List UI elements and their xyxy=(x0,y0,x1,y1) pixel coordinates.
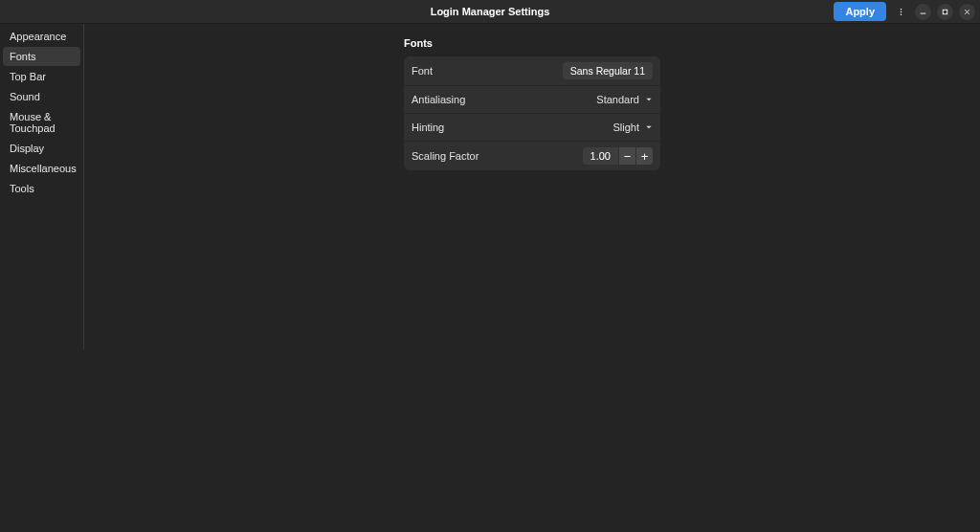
minimize-icon xyxy=(919,8,927,16)
maximize-button[interactable] xyxy=(937,4,953,20)
plus-icon: + xyxy=(641,150,649,163)
content: Appearance Fonts Top Bar Sound Mouse & T… xyxy=(0,24,980,532)
maximize-icon xyxy=(941,8,949,16)
setting-label-font: Font xyxy=(412,65,433,77)
close-button[interactable] xyxy=(959,4,975,20)
setting-label-antialiasing: Antialiasing xyxy=(412,94,465,105)
chevron-down-icon xyxy=(645,96,653,103)
apply-button[interactable]: Apply xyxy=(834,2,886,21)
setting-row-font: Font Sans Regular 11 xyxy=(404,56,660,86)
kebab-icon xyxy=(897,8,905,16)
svg-rect-3 xyxy=(921,12,926,13)
sidebar-item-tools[interactable]: Tools xyxy=(3,179,80,198)
sidebar-item-mouse-touchpad[interactable]: Mouse & Touchpad xyxy=(3,107,80,138)
scaling-stepper: 1.00 − + xyxy=(583,147,653,165)
sidebar-item-sound[interactable]: Sound xyxy=(3,87,80,106)
window-title: Login Manager Settings xyxy=(431,6,550,17)
setting-label-hinting: Hinting xyxy=(412,122,444,133)
minus-icon: − xyxy=(624,150,632,163)
sidebar: Appearance Fonts Top Bar Sound Mouse & T… xyxy=(0,24,84,349)
menu-button[interactable] xyxy=(892,3,909,20)
antialiasing-value: Standard xyxy=(596,94,639,105)
panel-title: Fonts xyxy=(404,37,660,49)
sidebar-item-topbar[interactable]: Top Bar xyxy=(3,67,80,86)
font-picker-button[interactable]: Sans Regular 11 xyxy=(563,62,653,79)
scaling-decrement-button[interactable]: − xyxy=(618,147,635,165)
sidebar-item-fonts[interactable]: Fonts xyxy=(3,47,80,66)
svg-point-1 xyxy=(900,11,901,11)
main-panel: Fonts Font Sans Regular 11 Antialiasing … xyxy=(84,24,980,532)
scaling-increment-button[interactable]: + xyxy=(635,147,653,165)
sidebar-item-display[interactable]: Display xyxy=(3,139,80,158)
minimize-button[interactable] xyxy=(915,4,931,20)
setting-row-antialiasing: Antialiasing Standard xyxy=(404,86,660,114)
antialiasing-dropdown[interactable]: Standard xyxy=(596,94,653,105)
hinting-value: Slight xyxy=(612,122,639,133)
setting-row-hinting: Hinting Slight xyxy=(404,114,660,142)
svg-point-2 xyxy=(900,13,901,14)
fonts-panel: Fonts Font Sans Regular 11 Antialiasing … xyxy=(404,37,660,170)
titlebar-controls: Apply xyxy=(834,2,975,21)
sidebar-item-appearance[interactable]: Appearance xyxy=(3,27,80,46)
titlebar: Login Manager Settings Apply xyxy=(0,0,980,24)
setting-row-scaling: Scaling Factor 1.00 − + xyxy=(404,142,660,170)
scaling-value: 1.00 xyxy=(583,148,618,164)
settings-list: Font Sans Regular 11 Antialiasing Standa… xyxy=(404,56,660,170)
chevron-down-icon xyxy=(645,123,653,131)
svg-point-0 xyxy=(900,8,901,9)
setting-label-scaling: Scaling Factor xyxy=(412,150,479,162)
sidebar-item-miscellaneous[interactable]: Miscellaneous xyxy=(3,159,80,178)
svg-rect-4 xyxy=(943,10,947,14)
hinting-dropdown[interactable]: Slight xyxy=(612,122,653,133)
close-icon xyxy=(963,8,971,16)
